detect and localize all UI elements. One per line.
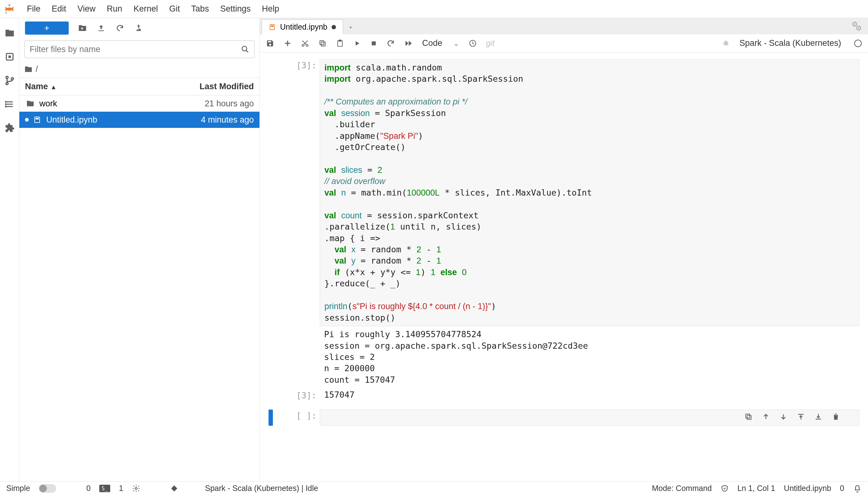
shield-icon[interactable] (721, 484, 729, 493)
save-icon[interactable] (266, 39, 274, 47)
filter-input-wrap[interactable] (24, 40, 255, 58)
refresh-icon[interactable] (115, 23, 125, 33)
extensions-icon[interactable] (4, 122, 15, 134)
copy-icon[interactable] (318, 39, 327, 47)
col-modified[interactable]: Last Modified (166, 82, 260, 91)
clock-icon[interactable] (469, 39, 477, 47)
breadcrumb-root[interactable]: / (36, 64, 38, 74)
svg-line-41 (724, 44, 725, 45)
sort-asc-icon: ▲ (51, 84, 57, 90)
insert-below-icon[interactable] (814, 413, 823, 421)
file-row-folder[interactable]: work 21 hours ago (19, 96, 260, 112)
add-cell-icon[interactable] (283, 39, 292, 47)
svg-rect-16 (36, 118, 39, 119)
duplicate-icon[interactable] (744, 413, 753, 421)
diamond-icon[interactable] (170, 484, 178, 493)
cell-type-select[interactable]: Code ⌄ (422, 38, 459, 48)
svg-rect-17 (270, 24, 275, 30)
settings-gears-icon[interactable] (851, 21, 862, 31)
cell-toolbar (744, 413, 840, 421)
simple-label: Simple (6, 484, 30, 493)
filter-input[interactable] (30, 45, 241, 54)
bug-icon[interactable] (722, 39, 730, 47)
running-icon[interactable] (4, 51, 15, 62)
cell-executed[interactable]: [3]: import scala.math.random import org… (268, 59, 859, 387)
bell-icon[interactable] (853, 484, 862, 493)
menu-settings[interactable]: Settings (214, 4, 256, 14)
restart-icon[interactable] (387, 39, 395, 47)
new-launcher-button[interactable]: + (25, 21, 69, 35)
svg-point-22 (858, 28, 859, 29)
simple-toggle[interactable] (39, 484, 56, 493)
run-all-icon[interactable] (404, 39, 413, 48)
menu-file[interactable]: File (21, 4, 46, 14)
svg-line-40 (727, 41, 728, 42)
tab-notebook[interactable]: Untitled.ipynb (262, 19, 343, 34)
run-icon[interactable] (354, 40, 361, 47)
svg-rect-44 (746, 414, 750, 418)
svg-line-42 (727, 44, 728, 45)
folder-icon[interactable] (4, 28, 15, 39)
file-row-notebook[interactable]: Untitled.ipynb 4 minutes ago (19, 112, 260, 128)
git-label[interactable]: git (486, 38, 495, 48)
kernel-name[interactable]: Spark - Scala (Kubernetes) (739, 38, 841, 48)
menubar: File Edit View Run Kernel Git Tabs Setti… (0, 0, 868, 18)
move-up-icon[interactable] (762, 413, 771, 421)
main-area: Untitled.ipynb + Code ⌄ git Spark (260, 18, 868, 481)
status-zero: 0 (86, 484, 91, 493)
status-ln-col: Ln 1, Col 1 (737, 484, 775, 493)
file-name: Untitled.ipynb (46, 115, 160, 125)
add-tab-button[interactable]: + (343, 21, 358, 34)
exec-prompt: [3]: (276, 59, 320, 387)
file-name: work (39, 99, 160, 108)
menu-tabs[interactable]: Tabs (185, 4, 214, 14)
paste-icon[interactable] (336, 39, 344, 47)
exec-prompt: [ ]: (276, 410, 320, 426)
svg-point-4 (6, 76, 8, 79)
gear-icon[interactable] (132, 484, 140, 493)
menu-git[interactable]: Git (164, 4, 186, 14)
file-browser: + / Name▲ Last Modified work 21 hours ag… (19, 18, 260, 481)
git-branch-icon[interactable] (4, 75, 15, 86)
delete-icon[interactable] (832, 413, 840, 421)
status-badge[interactable]: S_ (99, 485, 110, 492)
menu-edit[interactable]: Edit (46, 4, 72, 14)
kernel-status-icon[interactable] (854, 40, 862, 47)
svg-point-0 (9, 4, 10, 6)
svg-point-11 (5, 104, 6, 105)
svg-point-47 (135, 487, 137, 489)
menu-kernel[interactable]: Kernel (128, 4, 164, 14)
result-value: 157047 (320, 389, 859, 402)
svg-point-6 (11, 78, 13, 80)
new-folder-icon[interactable] (78, 23, 87, 33)
file-toolbar: + (19, 18, 260, 38)
svg-point-1 (5, 12, 7, 13)
menu-run[interactable]: Run (101, 4, 128, 14)
tab-title: Untitled.ipynb (280, 22, 327, 32)
search-icon (241, 45, 249, 53)
toc-icon[interactable] (4, 99, 15, 110)
cell-empty[interactable]: [ ]: (268, 410, 859, 426)
col-name[interactable]: Name▲ (19, 82, 166, 91)
notebook-icon (269, 24, 276, 31)
menu-help[interactable]: Help (256, 4, 285, 14)
status-mode: Mode: Command (652, 484, 712, 493)
breadcrumb[interactable]: / (19, 61, 260, 78)
move-down-icon[interactable] (779, 413, 788, 421)
cut-icon[interactable] (301, 39, 309, 47)
code-editor[interactable]: import scala.math.random import org.apac… (320, 59, 859, 326)
svg-rect-32 (339, 40, 341, 41)
cell-result: [3]: 157047 (268, 389, 859, 402)
status-one: 1 (119, 484, 123, 493)
status-bar: Simple 0 S_ 1 Spark - Scala (Kubernetes)… (0, 481, 868, 495)
stop-icon[interactable] (370, 40, 377, 47)
upload-icon[interactable] (96, 23, 106, 33)
svg-rect-3 (9, 55, 11, 58)
insert-above-icon[interactable] (797, 413, 805, 421)
notebook-icon (32, 116, 43, 123)
tab-bar: Untitled.ipynb + (260, 18, 868, 34)
dirty-dot-icon (332, 25, 336, 29)
menu-view[interactable]: View (72, 4, 101, 14)
status-kernel[interactable]: Spark - Scala (Kubernetes) | Idle (205, 484, 318, 493)
git-pull-icon[interactable] (134, 23, 144, 33)
